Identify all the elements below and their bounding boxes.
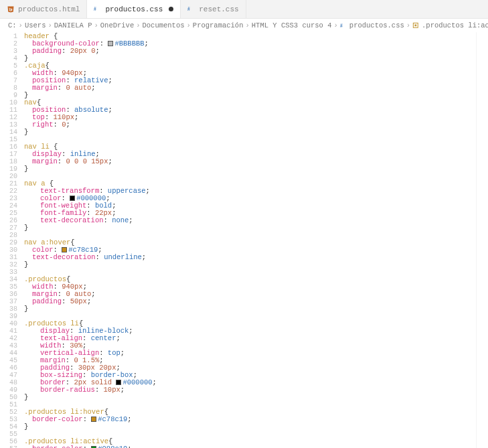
code-line[interactable]: margin: 0 0 0 15px; (24, 158, 476, 165)
code-line[interactable]: top: 110px; (24, 114, 476, 121)
line-number-gutter: 1234567891011121314151617181920212223242… (0, 32, 24, 448)
breadcrumb-segment[interactable]: .productos li:active (422, 21, 488, 29)
code-line[interactable]: border-color: #c78c19; (24, 416, 476, 423)
tab-label: productos.html (18, 5, 80, 13)
code-line[interactable] (24, 136, 476, 143)
line-number: 53 (0, 416, 17, 423)
code-line[interactable]: text-decoration: underline; (24, 254, 476, 261)
line-number: 6 (0, 70, 17, 77)
line-number: 33 (0, 269, 17, 276)
line-number: 3 (0, 48, 17, 55)
line-number: 5 (0, 62, 17, 70)
code-line[interactable]: } (24, 165, 476, 173)
code-line[interactable]: } (24, 305, 476, 313)
line-number: 45 (0, 357, 17, 364)
line-number: 19 (0, 165, 17, 173)
line-number: 36 (0, 291, 17, 298)
modified-dot-icon (169, 7, 173, 11)
css-icon: # (340, 21, 347, 29)
chevron-right-icon: › (136, 21, 140, 29)
tab-label: reset.css (199, 5, 238, 13)
line-number: 41 (0, 327, 17, 335)
css-icon: # (94, 5, 102, 13)
minimap[interactable] (476, 32, 488, 448)
code-line[interactable]: } (24, 394, 476, 401)
code-line[interactable] (24, 173, 476, 180)
breadcrumb-segment[interactable]: OneDrive (100, 21, 134, 29)
line-number: 14 (0, 129, 17, 136)
breadcrumb-segment[interactable]: Programación (193, 21, 244, 29)
breadcrumb-segment[interactable]: Documentos (143, 21, 185, 29)
code-line[interactable]: } (24, 129, 476, 136)
code-area[interactable]: header {background-color: #BBBBBB;paddin… (24, 32, 476, 448)
code-line[interactable] (24, 269, 476, 276)
line-number: 50 (0, 394, 17, 401)
line-number: 48 (0, 379, 17, 386)
code-line[interactable]: .productos{ (24, 276, 476, 283)
line-number: 42 (0, 335, 17, 342)
line-number: 30 (0, 246, 17, 254)
code-line[interactable]: padding: 20px 0; (24, 48, 476, 55)
code-line[interactable]: } (24, 423, 476, 431)
line-number: 2 (0, 40, 17, 48)
line-number: 27 (0, 224, 17, 232)
line-number: 46 (0, 364, 17, 372)
line-number: 21 (0, 180, 17, 188)
breadcrumb-segment[interactable]: HTML Y CSS3 curso 4 (252, 21, 332, 29)
svg-text:#: # (94, 6, 96, 12)
code-line[interactable] (24, 313, 476, 320)
line-number: 28 (0, 232, 17, 239)
tab-reset-css[interactable]: # reset.css (181, 0, 246, 18)
code-line[interactable]: } (24, 224, 476, 232)
line-number: 9 (0, 92, 17, 99)
line-number: 20 (0, 173, 17, 180)
code-line[interactable]: .productos li:active{ (24, 438, 476, 445)
line-number: 13 (0, 121, 17, 129)
code-line[interactable]: text-decoration: none; (24, 217, 476, 224)
line-number: 54 (0, 423, 17, 431)
line-number: 4 (0, 55, 17, 62)
line-number: 39 (0, 313, 17, 320)
breadcrumb-segment[interactable]: C: (8, 21, 17, 29)
editor: 1234567891011121314151617181920212223242… (0, 32, 488, 448)
breadcrumb-segment[interactable]: productos.css (349, 21, 404, 29)
line-number: 34 (0, 276, 17, 283)
line-number: 17 (0, 151, 17, 158)
code-line[interactable]: border-radius: 10px; (24, 386, 476, 394)
breadcrumb[interactable]: C: › Users › DANIELA P › OneDrive › Docu… (0, 19, 488, 32)
tab-productos-html[interactable]: productos.html (0, 0, 87, 18)
line-number: 1 (0, 33, 17, 40)
code-line[interactable]: border-color: #088c19; (24, 445, 476, 448)
code-line[interactable]: position: absolute; (24, 106, 476, 114)
line-number: 32 (0, 261, 17, 269)
line-number: 51 (0, 401, 17, 408)
line-number: 49 (0, 386, 17, 394)
code-line[interactable]: margin: 0 auto; (24, 291, 476, 298)
code-line[interactable]: } (24, 92, 476, 99)
line-number: 31 (0, 254, 17, 261)
chevron-right-icon: › (334, 21, 338, 29)
tab-productos-css[interactable]: # productos.css (87, 0, 181, 18)
breadcrumb-segment[interactable]: DANIELA P (54, 21, 92, 29)
line-number: 37 (0, 298, 17, 305)
code-line[interactable]: margin: 0 auto; (24, 84, 476, 92)
line-number: 55 (0, 431, 17, 438)
chevron-right-icon: › (94, 21, 98, 29)
svg-rect-4 (415, 24, 417, 26)
code-line[interactable]: .productos li:hover{ (24, 408, 476, 416)
code-line[interactable] (24, 232, 476, 239)
code-line[interactable]: padding: 50px; (24, 298, 476, 305)
code-line[interactable]: right: 0; (24, 121, 476, 129)
code-line[interactable]: .caja{ (24, 62, 476, 70)
line-number: 35 (0, 283, 17, 291)
svg-text:#: # (340, 22, 343, 28)
code-line[interactable]: } (24, 55, 476, 62)
tab-label: productos.css (105, 5, 163, 13)
code-line[interactable]: text-align: center; (24, 335, 476, 342)
line-number: 22 (0, 188, 17, 195)
chevron-right-icon: › (406, 21, 410, 29)
line-number: 56 (0, 438, 17, 445)
code-line[interactable]: } (24, 261, 476, 269)
line-number: 25 (0, 210, 17, 217)
breadcrumb-segment[interactable]: Users (25, 21, 46, 29)
